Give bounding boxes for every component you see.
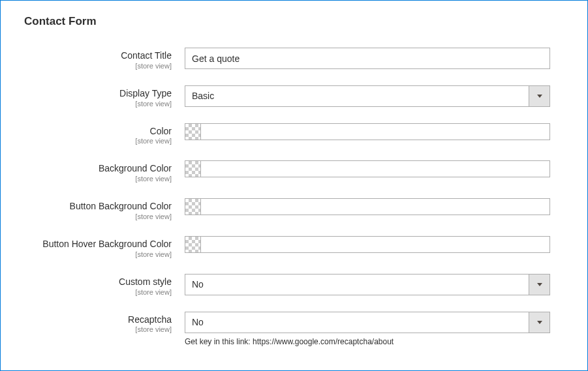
scope-label: [store view] (20, 288, 172, 296)
input-col (185, 123, 550, 140)
input-col: No Get key in this link: https://www.goo… (185, 312, 550, 346)
field-label: Recaptcha (20, 314, 172, 325)
row-contact-title: Contact Title [store view] (20, 48, 568, 70)
field-label: Custom style (20, 276, 172, 288)
row-button-hover-background-color: Button Hover Background Color [store vie… (20, 236, 568, 258)
section-title: Contact Form (20, 15, 568, 28)
color-swatch-icon[interactable] (185, 124, 201, 140)
button-background-color-input[interactable] (201, 199, 549, 215)
recaptcha-select[interactable]: No (185, 312, 550, 333)
input-col (185, 198, 550, 215)
color-swatch-icon[interactable] (185, 161, 201, 177)
field-label: Contact Title (20, 50, 172, 61)
scope-label: [store view] (20, 250, 172, 258)
field-label: Button Hover Background Color (20, 239, 172, 250)
color-input-wrap (185, 236, 550, 253)
field-label: Button Background Color (20, 201, 172, 212)
input-col (185, 48, 550, 69)
scope-label: [store view] (20, 62, 172, 70)
scope-label: [store view] (20, 325, 172, 333)
select-wrap: No (185, 274, 550, 295)
recaptcha-help-text: Get key in this link: https://www.google… (185, 337, 550, 346)
label-col: Custom style [store view] (20, 274, 185, 296)
label-col: Recaptcha [store view] (20, 312, 185, 334)
label-col: Button Background Color [store view] (20, 198, 185, 220)
custom-style-select[interactable]: No (185, 274, 550, 295)
row-recaptcha: Recaptcha [store view] No Get key in thi… (20, 312, 568, 346)
label-col: Contact Title [store view] (20, 48, 185, 70)
input-col (185, 160, 550, 177)
label-col: Background Color [store view] (20, 160, 185, 183)
label-col: Button Hover Background Color [store vie… (20, 236, 185, 258)
input-col: No (185, 274, 550, 295)
input-col (185, 236, 550, 253)
field-label: Display Type (20, 88, 172, 99)
label-col: Color [store view] (20, 123, 185, 145)
field-label: Color (20, 126, 172, 137)
button-hover-background-color-input[interactable] (201, 237, 549, 252)
scope-label: [store view] (20, 100, 172, 108)
input-col: Basic (185, 85, 550, 107)
row-custom-style: Custom style [store view] No (20, 274, 568, 296)
color-swatch-icon[interactable] (185, 237, 201, 252)
scope-label: [store view] (20, 213, 172, 220)
row-display-type: Display Type [store view] Basic (20, 85, 568, 108)
scope-label: [store view] (20, 175, 172, 183)
background-color-input[interactable] (201, 161, 549, 177)
color-swatch-icon[interactable] (185, 199, 201, 215)
color-input-wrap (185, 123, 550, 140)
config-panel: Contact Form Contact Title [store view] … (0, 0, 588, 371)
label-col: Display Type [store view] (20, 85, 185, 108)
color-input[interactable] (201, 124, 549, 140)
row-color: Color [store view] (20, 123, 568, 145)
contact-title-input[interactable] (185, 48, 550, 69)
display-type-select[interactable]: Basic (185, 85, 550, 107)
row-background-color: Background Color [store view] (20, 160, 568, 183)
row-button-background-color: Button Background Color [store view] (20, 198, 568, 220)
select-wrap: Basic (185, 85, 550, 107)
color-input-wrap (185, 160, 550, 177)
select-wrap: No (185, 312, 550, 333)
color-input-wrap (185, 198, 550, 215)
scope-label: [store view] (20, 137, 172, 145)
field-label: Background Color (20, 163, 172, 174)
